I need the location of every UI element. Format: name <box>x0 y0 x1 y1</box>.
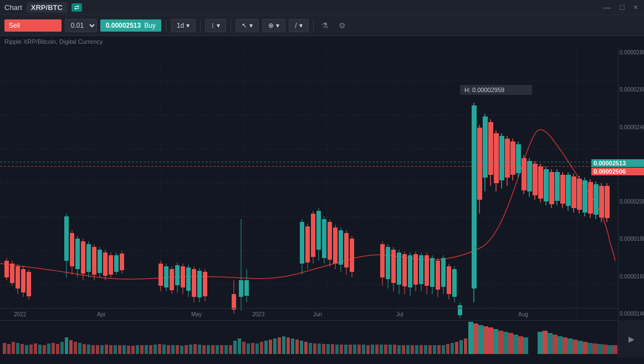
sell-price-badge: 0.00002506 <box>591 168 644 175</box>
svg-rect-202 <box>109 345 113 354</box>
price-level-5: 0.00002005 <box>620 199 643 205</box>
time-label-aug: Aug <box>518 311 528 317</box>
svg-rect-267 <box>397 345 401 354</box>
svg-rect-244 <box>295 340 299 354</box>
svg-rect-306 <box>592 343 597 354</box>
svg-rect-188 <box>47 343 50 354</box>
close-button[interactable]: × <box>632 3 640 12</box>
svg-rect-184 <box>29 345 33 354</box>
svg-rect-223 <box>202 345 206 354</box>
svg-rect-24 <box>27 272 31 296</box>
svg-rect-198 <box>91 345 95 354</box>
toolbar-separator-2 <box>200 19 201 32</box>
chart-subtitle: Ripple XRP/Bitcoin, Digital Currency <box>0 36 644 47</box>
svg-rect-232 <box>242 342 246 354</box>
time-label-jun: Jun <box>313 311 322 317</box>
buy-button[interactable]: 0.00002513 Buy <box>100 19 161 32</box>
chart-container[interactable]: H: 0.00002959 L: 0.00001337 0.00002805 0… <box>0 47 644 358</box>
svg-rect-38 <box>98 250 102 273</box>
svg-rect-297 <box>548 333 553 354</box>
minimize-button[interactable]: — <box>601 3 612 12</box>
svg-rect-136 <box>510 141 515 175</box>
svg-rect-197 <box>87 345 90 354</box>
svg-rect-240 <box>278 337 281 354</box>
sell-button[interactable]: Sell 0.00002506 <box>4 19 62 32</box>
svg-rect-199 <box>96 345 99 354</box>
svg-rect-16 <box>4 261 9 277</box>
svg-rect-250 <box>322 344 325 354</box>
settings-button[interactable]: ⚙ <box>335 19 349 32</box>
svg-rect-217 <box>176 345 179 354</box>
svg-rect-222 <box>198 345 201 354</box>
svg-rect-187 <box>43 345 46 354</box>
svg-rect-124 <box>477 128 482 200</box>
svg-rect-226 <box>216 345 219 354</box>
svg-rect-214 <box>162 345 166 354</box>
svg-rect-304 <box>582 342 587 354</box>
svg-rect-18 <box>10 264 14 283</box>
svg-rect-227 <box>220 345 223 354</box>
svg-rect-295 <box>538 332 543 354</box>
scroll-right-button[interactable]: ▶ <box>618 320 644 358</box>
svg-rect-102 <box>408 255 412 287</box>
svg-rect-100 <box>402 254 407 286</box>
svg-rect-230 <box>233 341 237 354</box>
svg-rect-189 <box>52 343 55 354</box>
svg-rect-62 <box>197 271 202 297</box>
timeframe-selector[interactable]: 1d ▾ <box>171 19 196 32</box>
draw-tool[interactable]: / ▾ <box>289 19 308 32</box>
svg-rect-264 <box>384 345 387 354</box>
svg-rect-28 <box>70 233 74 266</box>
svg-rect-224 <box>207 345 210 354</box>
svg-rect-56 <box>181 266 185 287</box>
candlestick-chart[interactable]: H: 0.00002959 L: 0.00001337 <box>0 47 618 319</box>
svg-rect-34 <box>86 244 91 272</box>
indicators-button[interactable]: ⫶ ▾ <box>205 19 226 32</box>
svg-rect-64 <box>203 272 207 296</box>
svg-rect-80 <box>322 219 326 258</box>
svg-rect-30 <box>75 239 80 269</box>
svg-rect-292 <box>513 335 518 354</box>
svg-rect-144 <box>533 164 538 195</box>
svg-rect-20 <box>16 266 20 289</box>
price-level-3: 0.00002405 <box>620 124 643 130</box>
analysis-button[interactable]: ⚗ <box>318 19 332 32</box>
svg-rect-122 <box>472 105 477 289</box>
svg-rect-181 <box>16 343 19 354</box>
maximize-button[interactable]: □ <box>618 3 626 12</box>
volume-chart[interactable] <box>0 320 618 358</box>
svg-rect-32 <box>81 241 85 274</box>
svg-rect-110 <box>430 258 435 287</box>
svg-rect-212 <box>154 345 157 354</box>
svg-rect-166 <box>594 184 599 215</box>
svg-rect-209 <box>140 345 144 354</box>
svg-rect-266 <box>393 345 396 354</box>
svg-rect-260 <box>366 345 370 354</box>
cursor-tool[interactable]: ↖ ▾ <box>236 19 259 32</box>
svg-rect-46 <box>120 254 124 270</box>
crosshair-tool[interactable]: ⊕ ▾ <box>262 19 285 32</box>
quantity-selector[interactable]: 0.01 0.1 1 <box>65 19 97 32</box>
svg-rect-218 <box>180 346 183 354</box>
svg-rect-255 <box>344 345 347 354</box>
svg-rect-195 <box>78 343 81 354</box>
svg-rect-126 <box>483 117 488 178</box>
svg-rect-233 <box>247 343 250 354</box>
svg-rect-207 <box>131 346 135 354</box>
svg-rect-291 <box>508 333 513 354</box>
exchange-toggle[interactable]: ⇄ <box>71 3 82 12</box>
svg-rect-276 <box>437 345 441 354</box>
time-label-jul: Jul <box>396 311 403 317</box>
svg-rect-192 <box>65 337 68 354</box>
svg-rect-270 <box>411 345 414 354</box>
svg-rect-42 <box>109 255 113 275</box>
svg-rect-254 <box>340 345 343 354</box>
toolbar-separator-3 <box>231 19 231 32</box>
svg-rect-231 <box>238 338 241 354</box>
svg-rect-301 <box>568 338 573 354</box>
svg-rect-263 <box>380 345 383 354</box>
buy-price-badge: 0.00002513 <box>591 159 644 167</box>
svg-rect-283 <box>468 322 473 354</box>
svg-rect-156 <box>566 175 571 206</box>
svg-rect-88 <box>344 233 349 267</box>
